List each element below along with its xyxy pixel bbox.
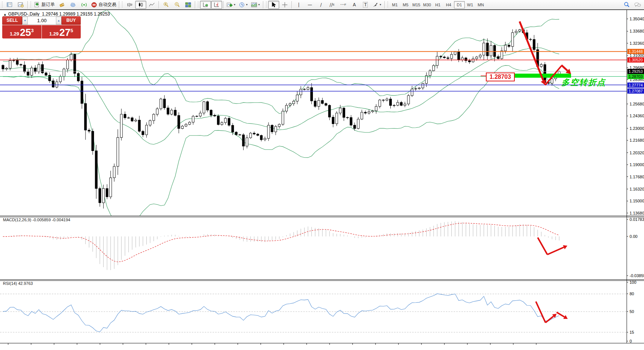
search-icon — [624, 1, 630, 8]
macd-pane[interactable] — [3, 221, 567, 270]
volume-decrease-button[interactable]: ▼ — [22, 17, 28, 24]
tick-chart-button[interactable] — [15, 1, 26, 9]
timeframe-m5-button[interactable]: M5 — [400, 1, 411, 9]
chevron-up-icon: ▲ — [57, 19, 60, 22]
timeframe-m1-button[interactable]: M1 — [390, 1, 400, 9]
new-order-button[interactable]: 新订单 — [33, 1, 56, 9]
crosshair-tool-button[interactable] — [279, 1, 290, 9]
add-indicator-icon — [227, 2, 233, 8]
channel-tool-button[interactable]: //E — [327, 1, 338, 9]
horizontal-line-tool-button[interactable]: — — [304, 1, 316, 9]
sell-price-big: 25 — [20, 28, 31, 38]
sell-price-sup: 3 — [31, 25, 34, 36]
candlestick-chart-button[interactable] — [135, 1, 146, 9]
rsi-pane[interactable] — [0, 294, 627, 332]
publisher-button[interactable] — [67, 1, 79, 9]
annotation-arrow[interactable] — [545, 316, 554, 323]
chat-bubble-icon — [634, 2, 641, 8]
arrows-icon — [373, 2, 378, 8]
text-label-icon: T — [363, 2, 368, 8]
text-tool-button[interactable]: A — [349, 1, 360, 9]
chart-shift-icon — [214, 2, 220, 8]
line-chart-button[interactable] — [146, 1, 157, 9]
fibonacci-tool-button[interactable]: ···F — [338, 1, 349, 9]
chart-window-icon — [7, 2, 13, 8]
chart-shift-button[interactable] — [211, 1, 222, 9]
add-indicator-button[interactable]: ▼ — [225, 1, 237, 9]
sell-price[interactable]: 1.29 25 3 — [2, 25, 41, 38]
chevron-down-icon: ▼ — [24, 19, 26, 22]
zoom-in-button[interactable] — [160, 1, 171, 9]
toolbar-separator — [291, 1, 292, 9]
volume-input[interactable] — [28, 17, 56, 24]
annotation-arrow[interactable] — [520, 21, 543, 81]
cursor-icon — [271, 2, 277, 8]
annotation-note-text[interactable]: 多空转折点 — [561, 77, 606, 88]
annotation-arrow[interactable] — [561, 65, 567, 71]
bar-chart-button[interactable] — [124, 1, 135, 9]
volume-increase-button[interactable]: ▲ — [56, 17, 61, 24]
toolbar-grip — [1, 1, 3, 8]
timeframe-h4-button[interactable]: H4 — [443, 1, 454, 9]
buy-price-big: 27 — [59, 28, 70, 38]
line-chart-icon — [149, 2, 155, 8]
annotation-arrow[interactable] — [547, 247, 564, 255]
toolbar-grip — [387, 1, 389, 8]
buy-button[interactable]: BUY — [61, 16, 81, 25]
tile-windows-button[interactable] — [183, 1, 194, 9]
publisher-cloud-icon — [70, 2, 76, 8]
cursor-tool-button[interactable] — [268, 1, 279, 9]
toolbar-separator — [119, 1, 120, 9]
buy-price-small: 1.29 — [49, 30, 59, 38]
timeframe-m15-button[interactable]: M15 — [411, 1, 422, 9]
auto-trading-button[interactable]: 自动交易 — [90, 1, 118, 9]
toolbar-separator — [263, 1, 264, 9]
timeframe-d1-button[interactable]: D1 — [454, 1, 465, 9]
chevron-down-icon: ▼ — [233, 3, 236, 6]
zoom-out-button[interactable] — [171, 1, 183, 9]
text-icon: A — [353, 2, 356, 7]
eraser-button[interactable] — [56, 1, 67, 9]
timeframe-m30-button[interactable]: M30 — [422, 1, 433, 9]
trendline-tool-button[interactable]: / — [316, 1, 327, 9]
sell-button[interactable]: SELL — [2, 16, 22, 25]
signals-button[interactable] — [79, 1, 90, 9]
auto-scroll-button[interactable] — [200, 1, 211, 9]
arrows-tool-button[interactable]: ▼ — [371, 1, 383, 9]
search-button[interactable] — [621, 1, 632, 9]
candlestick-chart-icon — [138, 2, 144, 8]
horizontal-line-icon: — — [308, 2, 312, 7]
buy-price[interactable]: 1.29 27 5 — [42, 25, 81, 38]
price-level-label[interactable]: 1.28703 — [486, 73, 515, 81]
main-pane[interactable] — [2, 10, 560, 222]
toolbar-separator — [223, 1, 224, 9]
chevron-down-icon: ▼ — [246, 3, 248, 6]
chart-window-button[interactable] — [4, 1, 15, 9]
vertical-line-tool-button[interactable]: | — [293, 1, 304, 9]
clock-icon — [239, 2, 245, 8]
new-order-icon — [34, 2, 40, 8]
template-icon — [251, 2, 257, 8]
periods-button[interactable]: ▼ — [237, 1, 250, 9]
toolbar-separator — [159, 1, 159, 9]
zoom-in-icon — [163, 2, 169, 8]
toolbar-separator — [195, 1, 196, 9]
chat-button[interactable] — [632, 1, 643, 9]
chevron-down-icon: ▼ — [379, 3, 382, 6]
chart-canvas[interactable] — [0, 0, 644, 350]
timeframe-w1-button[interactable]: W1 — [465, 1, 476, 9]
annotation-arrow[interactable] — [536, 302, 545, 323]
fibo-sub-label: F — [344, 3, 346, 6]
new-order-label: 新订单 — [41, 1, 55, 8]
toolbar-separator — [27, 1, 28, 9]
toolbar-grip — [266, 1, 267, 8]
templates-button[interactable]: ▼ — [250, 1, 262, 9]
timeframe-h1-button[interactable]: H1 — [433, 1, 443, 9]
text-label-tool-button[interactable]: T — [360, 1, 371, 9]
annotation-arrow[interactable] — [538, 238, 547, 255]
signal-icon — [81, 2, 87, 8]
timeframe-mn-button[interactable]: MN — [476, 1, 486, 9]
tile-windows-icon — [185, 2, 191, 8]
toolbar-grip — [30, 1, 32, 8]
bar-chart-icon — [127, 2, 133, 8]
